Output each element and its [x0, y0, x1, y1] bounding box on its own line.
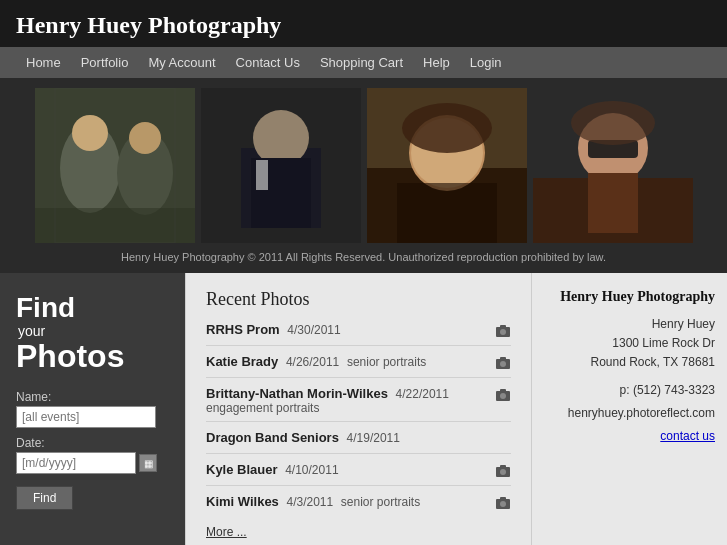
hero-caption: Henry Huey Photography © 2011 All Rights… [0, 247, 727, 273]
find-form: Name: Date: ▦ Find [16, 390, 169, 510]
svg-rect-17 [397, 183, 497, 243]
hero-photo-4-image [533, 88, 693, 243]
svg-point-18 [402, 103, 492, 153]
hero-photo-3-image [367, 88, 527, 243]
site-header: Henry Huey Photography [0, 0, 727, 47]
contact-link[interactable]: contact us [544, 429, 715, 443]
photo-name[interactable]: Kimi Wilkes [206, 494, 279, 509]
photo-date: 4/10/2011 [285, 463, 338, 477]
photo-sub: engagement portraits [206, 401, 487, 415]
name-input[interactable] [16, 406, 156, 428]
hero-photo-1-image [35, 88, 195, 243]
recent-photos-panel: Recent Photos RRHS Prom 4/30/2011 Katie … [185, 273, 532, 545]
camera-icon [495, 463, 511, 479]
svg-rect-34 [496, 435, 510, 445]
nav-login[interactable]: Login [460, 53, 512, 72]
nav-myaccount[interactable]: My Account [138, 53, 225, 72]
nav-help[interactable]: Help [413, 53, 460, 72]
svg-rect-5 [35, 208, 195, 243]
find-photos-panel: Find your Photos Name: Date: ▦ Find [0, 273, 185, 545]
main-content: Find your Photos Name: Date: ▦ Find Rece… [0, 273, 727, 545]
svg-rect-27 [500, 325, 506, 328]
camera-icon [495, 387, 511, 403]
date-row: ▦ [16, 452, 169, 474]
photo-item-content: Kyle Blauer 4/10/2011 [206, 462, 487, 477]
more-link[interactable]: More ... [206, 525, 511, 539]
photo-item-content: Dragon Band Seniors 4/19/2011 [206, 430, 487, 445]
contact-phone: p: (512) 743-3323 [544, 381, 715, 400]
contact-website: henryhuey.photoreflect.com [544, 404, 715, 423]
photo-item-content: Brittany-Nathan Morin-Wilkes 4/22/2011 e… [206, 386, 487, 415]
photo-date: 4/19/2011 [347, 431, 400, 445]
photo-name[interactable]: Kyle Blauer [206, 462, 278, 477]
photo-date: 4/26/2011 [286, 355, 339, 369]
contact-address2: Round Rock, TX 78681 [544, 353, 715, 372]
find-button[interactable]: Find [16, 486, 73, 510]
photo-date: 4/22/2011 [396, 387, 449, 401]
photo-name[interactable]: Brittany-Nathan Morin-Wilkes [206, 386, 388, 401]
contact-info-panel: Henry Huey Photography Henry Huey 1300 L… [532, 273, 727, 545]
svg-point-4 [129, 122, 161, 154]
photo-name[interactable]: Katie Brady [206, 354, 278, 369]
site-title: Henry Huey Photography [16, 12, 711, 39]
svg-rect-30 [500, 357, 506, 360]
list-item: RRHS Prom 4/30/2011 [206, 322, 511, 346]
camera-icon [495, 495, 511, 511]
name-label: Name: [16, 390, 169, 404]
svg-point-3 [72, 115, 108, 151]
svg-rect-37 [500, 465, 506, 468]
recent-photos-heading: Recent Photos [206, 289, 511, 310]
photo-item-content: Katie Brady 4/26/2011 senior portraits [206, 354, 487, 369]
svg-point-39 [500, 501, 506, 507]
find-photos-title: Find your Photos [16, 293, 169, 374]
contact-heading: Henry Huey Photography [544, 289, 715, 305]
contact-name: Henry Huey [544, 315, 715, 334]
camera-icon [495, 323, 511, 339]
nav-shoppingcart[interactable]: Shopping Cart [310, 53, 413, 72]
hero-photo-3[interactable] [367, 88, 527, 243]
hero-photo-2-image [201, 88, 361, 243]
camera-icon [495, 355, 511, 371]
your-heading: your [18, 324, 169, 339]
photos-heading: Photos [16, 339, 169, 374]
svg-point-32 [500, 393, 506, 399]
svg-rect-33 [500, 389, 506, 392]
photo-item-content: RRHS Prom 4/30/2011 [206, 322, 487, 337]
photo-date: 4/3/2011 [286, 495, 333, 509]
photo-tag: senior portraits [341, 495, 420, 509]
contact-address1: 1300 Lime Rock Dr [544, 334, 715, 353]
list-item: Kyle Blauer 4/10/2011 [206, 462, 511, 486]
svg-rect-40 [500, 497, 506, 500]
list-item: Katie Brady 4/26/2011 senior portraits [206, 354, 511, 378]
nav-contactus[interactable]: Contact Us [226, 53, 310, 72]
svg-point-24 [571, 101, 655, 145]
calendar-icon[interactable]: ▦ [139, 454, 157, 472]
hero-photo-4[interactable] [533, 88, 693, 243]
photo-tag: senior portraits [347, 355, 426, 369]
list-item: Dragon Band Seniors 4/19/2011 [206, 430, 511, 454]
hero-section [0, 78, 727, 247]
photo-name[interactable]: Dragon Band Seniors [206, 430, 339, 445]
list-item: Brittany-Nathan Morin-Wilkes 4/22/2011 e… [206, 386, 511, 422]
photo-date: 4/30/2011 [287, 323, 340, 337]
svg-point-29 [500, 361, 506, 367]
photo-name[interactable]: RRHS Prom [206, 322, 280, 337]
hero-photo-1[interactable] [35, 88, 195, 243]
nav-portfolio[interactable]: Portfolio [71, 53, 139, 72]
photo-item-content: Kimi Wilkes 4/3/2011 senior portraits [206, 494, 487, 509]
copyright-text: Henry Huey Photography © 2011 All Rights… [121, 251, 606, 263]
list-item: Kimi Wilkes 4/3/2011 senior portraits [206, 494, 511, 517]
nav-home[interactable]: Home [16, 53, 71, 72]
svg-point-36 [500, 469, 506, 475]
hero-photo-2[interactable] [201, 88, 361, 243]
svg-rect-23 [588, 173, 638, 233]
date-label: Date: [16, 436, 169, 450]
svg-point-26 [500, 329, 506, 335]
find-heading: Find [16, 292, 75, 323]
main-nav: Home Portfolio My Account Contact Us Sho… [0, 47, 727, 78]
svg-rect-12 [201, 88, 361, 243]
date-input[interactable] [16, 452, 136, 474]
